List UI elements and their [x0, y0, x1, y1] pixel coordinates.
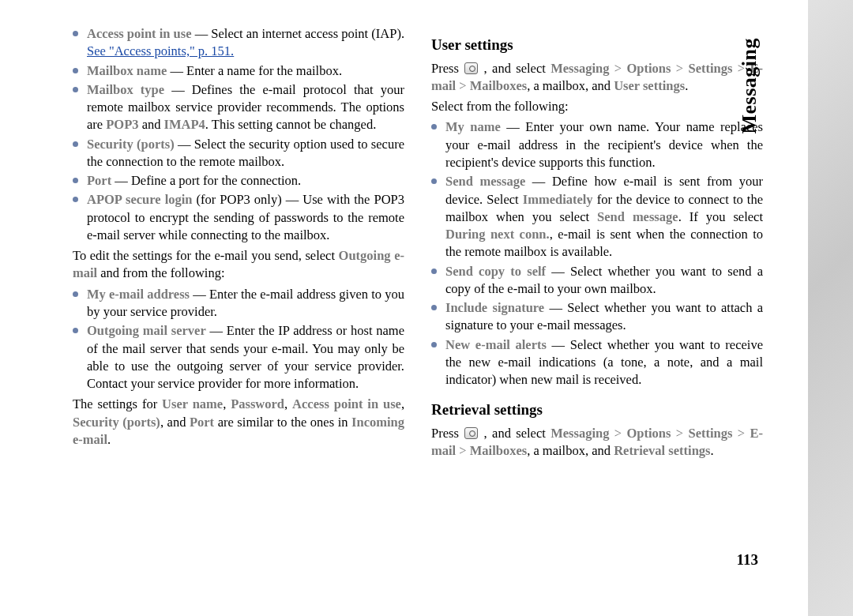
body-post: . This setting cannot be changed. [205, 117, 376, 132]
imap4-label: IMAP4 [164, 117, 205, 132]
nav-step: Mailboxes [470, 443, 527, 458]
and: and [139, 117, 164, 132]
s4: Security (ports) [73, 415, 160, 430]
list-item: My name — Enter your own name. Your name… [445, 118, 763, 171]
dash: — [546, 264, 570, 279]
list-item: New e-mail alerts — Select whether you w… [445, 336, 763, 389]
outgoing-intro: To edit the settings for the e-mail you … [73, 247, 404, 283]
mid: . If you select [678, 209, 763, 224]
select-label: , and select [479, 61, 551, 76]
body: Enter a name for the mailbox. [186, 63, 342, 78]
menu-key-icon [464, 62, 478, 74]
term: Port [87, 173, 111, 188]
dash: — [167, 63, 186, 78]
c: , and [160, 415, 190, 430]
dash: — [544, 300, 567, 315]
dash: — [206, 323, 227, 338]
right-column: User settings Press , and select Messagi… [431, 24, 763, 592]
list-item: APOP secure login (for POP3 only) — Use … [87, 191, 404, 244]
list-item: Mailbox type — Defines the e-mail protoc… [87, 81, 404, 134]
nav-last: User settings [614, 78, 685, 93]
term: Mailbox name [87, 63, 167, 78]
list-item: Access point in use — Select an internet… [87, 25, 404, 61]
page-number: 113 [737, 550, 758, 570]
term: New e-mail alerts [445, 337, 547, 352]
chevron-icon: > [738, 426, 745, 441]
s1: User name [162, 396, 223, 411]
nav-last: Retrieval settings [614, 443, 710, 458]
s5: Port [190, 415, 214, 430]
list-item: Send message — Define how e-mail is sent… [445, 173, 763, 261]
nav-step: Settings [689, 426, 733, 441]
select-following: Select from the following: [431, 98, 763, 115]
chevron-icon: > [459, 443, 466, 458]
text: , a mailbox, and [527, 78, 614, 93]
send-message-label: Send message [597, 209, 678, 224]
select-label: , and select [479, 426, 551, 441]
similar-settings-note: The settings for User name, Password, Ac… [73, 396, 404, 449]
s3: Access point in use [292, 396, 401, 411]
nav-path-retrieval-settings: Press , and select Messaging > Options >… [431, 425, 763, 460]
dash: — [547, 337, 570, 352]
text: are similar to the ones in [214, 415, 351, 430]
press-label: Press [431, 426, 464, 441]
text: The settings for [73, 396, 162, 411]
nav-step: Mailboxes [470, 78, 527, 93]
chapter-tab: Messaging [735, 38, 763, 134]
dash: — [190, 287, 209, 302]
term: Send copy to self [445, 264, 546, 279]
menu-key-icon [464, 427, 478, 439]
nav-step: Options [627, 61, 671, 76]
c: , [401, 396, 404, 411]
nav-step: Messaging [551, 61, 609, 76]
heading-retrieval-settings: Retrieval settings [431, 400, 763, 420]
settings-list-outgoing: My e-mail address — Enter the e-mail add… [73, 286, 404, 393]
dash: — [192, 26, 212, 41]
dash: — [525, 174, 552, 189]
nav-step: Options [627, 426, 671, 441]
nav-path-user-settings: Press , and select Messaging > Options >… [431, 60, 763, 96]
text: , a mailbox, and [527, 443, 614, 458]
body: Define a port for the connection. [131, 173, 301, 188]
dash: — [501, 119, 526, 134]
dash: — [164, 82, 192, 97]
text: and from the following: [97, 265, 224, 280]
dash: — [111, 173, 131, 188]
list-item: My e-mail address — Enter the e-mail add… [87, 286, 404, 321]
list-item: Mailbox name — Enter a name for the mail… [87, 62, 404, 80]
user-settings-list: My name — Enter your own name. Your name… [431, 118, 763, 389]
suffix: (for POP3 only) — [193, 192, 303, 207]
link-access-points[interactable]: See "Access points," p. 151. [87, 43, 234, 58]
chevron-icon: > [676, 426, 683, 441]
dot: . [107, 432, 111, 447]
term: Security (ports) [87, 137, 175, 152]
chevron-icon: > [676, 61, 683, 76]
chevron-icon: > [459, 78, 466, 93]
manual-page: Access point in use — Select an internet… [0, 0, 808, 616]
term: Mailbox type [87, 82, 164, 97]
press-label: Press [431, 61, 464, 76]
immediately-label: Immediately [523, 192, 593, 207]
term: My name [445, 119, 501, 134]
list-item: Include signature — Select whether you w… [445, 299, 763, 335]
pop3-label: POP3 [106, 117, 138, 132]
dash: — [175, 137, 194, 152]
c: , [223, 396, 231, 411]
list-item: Send copy to self — Select whether you w… [445, 263, 763, 299]
dot: . [685, 78, 688, 93]
chevron-icon: > [614, 426, 622, 441]
body: Select an internet access point (IAP). [211, 26, 404, 41]
text: To edit the settings for the e-mail you … [73, 248, 339, 263]
dot: . [710, 443, 713, 458]
term: My e-mail address [87, 287, 190, 302]
settings-list-incoming: Access point in use — Select an internet… [73, 25, 404, 244]
chevron-icon: > [614, 61, 622, 76]
s2: Password [231, 396, 284, 411]
left-column: Access point in use — Select an internet… [73, 24, 404, 592]
list-item: Security (ports) — Select the security o… [87, 136, 404, 171]
term: Outgoing mail server [87, 323, 206, 338]
nav-step: Messaging [551, 426, 609, 441]
term: Include signature [445, 300, 544, 315]
term: Send message [445, 174, 525, 189]
during-next-conn-label: During next conn. [445, 227, 550, 242]
